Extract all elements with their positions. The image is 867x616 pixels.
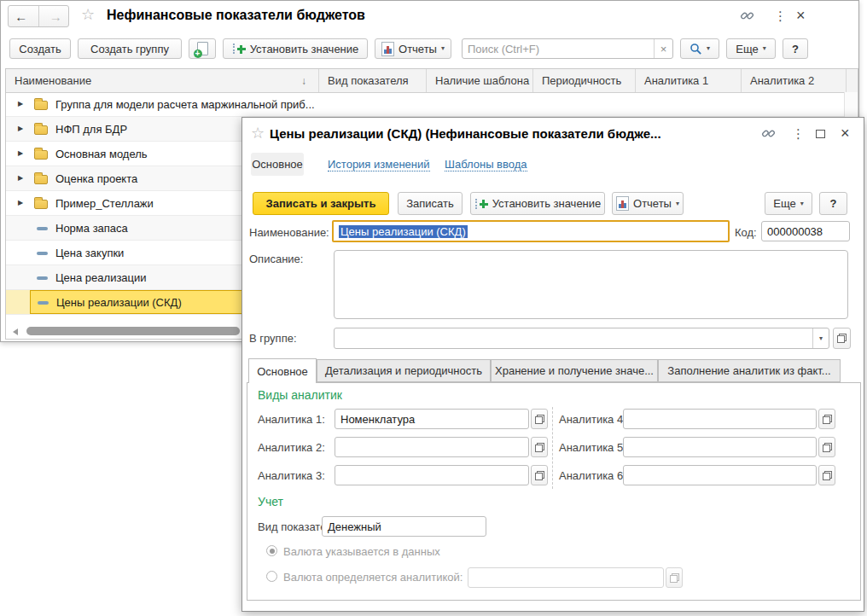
expand-icon[interactable]: ▶ bbox=[18, 175, 23, 182]
expand-icon[interactable]: ▶ bbox=[18, 200, 23, 206]
analytics2-choose-button[interactable] bbox=[531, 437, 548, 457]
analytics3-choose-button[interactable] bbox=[531, 465, 548, 485]
tab-label: Детализация и периодичность bbox=[325, 364, 482, 377]
column-label: Аналитика 1 bbox=[644, 74, 708, 87]
window-menu-icon[interactable]: ⋮ bbox=[774, 9, 787, 24]
row-label: Пример_Стеллажи bbox=[55, 197, 154, 210]
expand-icon[interactable]: ▶ bbox=[18, 101, 23, 108]
analytics5-choose-button[interactable] bbox=[818, 437, 835, 457]
window-menu-icon[interactable]: ⋮ bbox=[792, 126, 805, 142]
tab-fill-analytics[interactable]: Заполнение аналитик из факт... bbox=[658, 359, 841, 382]
analytics1-value: Номенклатура bbox=[340, 413, 415, 426]
column-divider bbox=[552, 407, 553, 489]
chevron-down-icon: ▾ bbox=[441, 45, 445, 52]
window-maximize-icon[interactable] bbox=[816, 128, 825, 141]
currency-analytics-input[interactable] bbox=[468, 567, 664, 588]
column-header-periodicity[interactable]: Периодичность bbox=[533, 69, 636, 92]
analytics1-input[interactable]: Номенклатура bbox=[335, 409, 529, 429]
group-choose-button[interactable] bbox=[833, 328, 851, 349]
column-header-name[interactable]: Наименование ↓ bbox=[6, 69, 319, 92]
analytics2-label: Аналитика 2: bbox=[258, 441, 325, 454]
analytics3-input[interactable] bbox=[335, 465, 529, 485]
magnifier-icon bbox=[690, 43, 702, 55]
help-button[interactable]: ? bbox=[819, 192, 847, 215]
column-header-analytics1[interactable]: Аналитика 1 bbox=[636, 69, 742, 92]
tab-detail-periodicity[interactable]: Детализация и периодичность bbox=[317, 359, 491, 382]
favorite-star-icon[interactable]: ☆ bbox=[81, 7, 95, 22]
save-and-close-button[interactable]: Записать и закрыть bbox=[253, 192, 389, 215]
get-link-icon[interactable] bbox=[761, 126, 776, 143]
tab-label: Основное bbox=[257, 365, 308, 378]
get-link-icon[interactable] bbox=[740, 9, 754, 26]
create-button[interactable]: Создать bbox=[9, 38, 71, 59]
back-button[interactable]: ← bbox=[9, 9, 34, 24]
nav-link-history[interactable]: История изменений bbox=[328, 158, 430, 171]
tab-storage[interactable]: Хранение и получение значе... bbox=[491, 359, 658, 382]
search-options-button[interactable]: ▾ bbox=[680, 38, 719, 59]
set-value-button[interactable]: Установить значение bbox=[470, 192, 605, 215]
indicator-type-input[interactable]: Денежный bbox=[322, 516, 486, 537]
reports-button[interactable]: Отчеты ▾ bbox=[612, 192, 684, 215]
description-textarea[interactable] bbox=[334, 250, 848, 319]
more-button[interactable]: Еще ▾ bbox=[726, 38, 776, 59]
nav-link-templates[interactable]: Шаблоны ввода bbox=[445, 158, 527, 171]
folder-icon bbox=[34, 175, 48, 184]
create-group-button[interactable]: Создать группу bbox=[78, 38, 182, 59]
row-label: Оценка проекта bbox=[55, 172, 137, 185]
analytics6-input[interactable] bbox=[623, 465, 817, 485]
help-button[interactable]: ? bbox=[783, 38, 808, 59]
window-close-icon[interactable]: × bbox=[841, 125, 850, 142]
name-input[interactable]: Цены реализации (СКД) bbox=[332, 220, 730, 242]
analytics5-input[interactable] bbox=[623, 437, 817, 457]
currency-in-data-radio[interactable] bbox=[266, 545, 277, 556]
item-dash-icon bbox=[37, 227, 48, 230]
scrollbar-thumb[interactable] bbox=[26, 327, 240, 335]
analytics5-label: Аналитика 5: bbox=[559, 441, 626, 454]
element-dialog: ☆ Цены реализации (СКД) (Нефинансовые по… bbox=[241, 117, 864, 612]
folder-icon bbox=[34, 101, 48, 110]
divider bbox=[38, 6, 39, 26]
help-label: ? bbox=[830, 197, 837, 210]
analytics4-choose-button[interactable] bbox=[818, 409, 835, 429]
currency-analytics-choose-button[interactable] bbox=[666, 567, 683, 588]
analytics-section-title: Виды аналитик bbox=[258, 388, 342, 402]
code-input[interactable]: 000000038 bbox=[761, 221, 850, 241]
combo-dropdown-button[interactable]: ▾ bbox=[812, 328, 829, 348]
row-label: Цена реализации bbox=[55, 271, 147, 284]
analytics4-input[interactable] bbox=[623, 409, 817, 429]
currency-by-analytics-radio[interactable] bbox=[266, 571, 277, 582]
analytics6-choose-button[interactable] bbox=[818, 465, 835, 485]
reports-button[interactable]: Отчеты ▾ bbox=[375, 38, 451, 59]
search-clear-button[interactable]: × bbox=[654, 39, 672, 58]
save-button[interactable]: Записать bbox=[398, 192, 463, 215]
chevron-down-icon: ▾ bbox=[800, 200, 804, 207]
row-label: Цена закупки bbox=[55, 247, 124, 259]
analytics1-choose-button[interactable] bbox=[531, 409, 548, 429]
tab-main[interactable]: Основное bbox=[248, 358, 317, 383]
analytics3-label: Аналитика 3: bbox=[258, 469, 325, 482]
search-input[interactable] bbox=[463, 39, 654, 58]
more-button[interactable]: Еще ▾ bbox=[765, 192, 812, 215]
nav-tab-main[interactable]: Основное bbox=[251, 153, 304, 176]
column-header-template[interactable]: Наличие шаблона bbox=[427, 69, 533, 92]
report-icon bbox=[616, 196, 629, 211]
scroll-left-arrow-icon[interactable] bbox=[13, 328, 18, 335]
create-by-copy-button[interactable]: + bbox=[189, 38, 216, 59]
group-combo[interactable]: ▾ bbox=[334, 328, 829, 349]
table-row-group[interactable]: ▶ Группа для модели расчета маржинальной… bbox=[6, 92, 858, 117]
column-header-analytics2[interactable]: Аналитика 2 bbox=[742, 69, 847, 92]
folder-icon bbox=[34, 200, 48, 209]
favorite-star-icon[interactable]: ☆ bbox=[251, 125, 265, 141]
chain-icon bbox=[761, 126, 776, 141]
expand-icon[interactable]: ▶ bbox=[18, 125, 23, 132]
expand-icon[interactable]: ▶ bbox=[18, 150, 23, 157]
window-close-icon[interactable]: × bbox=[796, 7, 806, 25]
choose-icon bbox=[823, 471, 832, 480]
analytics2-input[interactable] bbox=[335, 437, 529, 457]
choose-icon bbox=[823, 415, 832, 424]
more-label: Еще bbox=[736, 43, 758, 55]
sort-desc-icon: ↓ bbox=[301, 75, 306, 87]
column-header-kind[interactable]: Вид показателя bbox=[319, 69, 427, 92]
forward-button[interactable]: → bbox=[44, 9, 69, 24]
set-value-button[interactable]: Установить значение bbox=[223, 38, 368, 59]
